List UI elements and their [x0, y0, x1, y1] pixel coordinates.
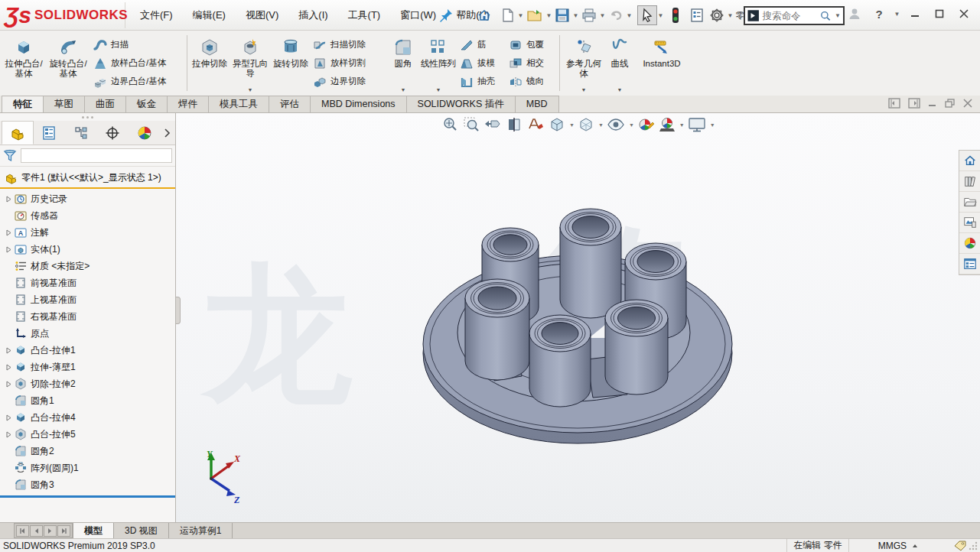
help-dropdown[interactable]: ▼: [894, 11, 900, 18]
curves-dropdown[interactable]: ▼: [617, 87, 623, 94]
mirror-button[interactable]: 镜向: [509, 73, 553, 90]
rebuild-button[interactable]: [669, 5, 682, 25]
revolve-cut-button[interactable]: 旋转切除: [272, 32, 310, 94]
boundary-cut-button[interactable]: 边界切除: [313, 73, 383, 90]
close-button[interactable]: [954, 5, 974, 23]
resize-grip[interactable]: [968, 541, 978, 551]
boundary-button[interactable]: 边界凸台/基体: [93, 73, 181, 90]
reference-geometry-button[interactable]: 参考几何体 ▼: [563, 32, 604, 94]
tab-motion-study[interactable]: 运动算例1: [169, 523, 233, 538]
hide-show-items-dropdown[interactable]: ▼: [628, 122, 634, 128]
fillet-dropdown[interactable]: ▼: [401, 87, 406, 94]
extrude-cut-button[interactable]: 拉伸切除: [190, 32, 229, 94]
tab-weldments[interactable]: 焊件: [167, 96, 209, 112]
display-style-dropdown[interactable]: ▼: [597, 122, 604, 128]
tree-item-fillet3[interactable]: 圆角3: [0, 476, 175, 493]
view-orientation-dropdown[interactable]: ▼: [568, 122, 575, 128]
tree-item-history[interactable]: 历史记录: [0, 190, 175, 207]
apply-scene-dropdown[interactable]: ▼: [679, 122, 685, 128]
draft-button[interactable]: 拔模: [460, 55, 503, 72]
reference-geometry-dropdown[interactable]: ▼: [581, 87, 587, 94]
whats-wrong-button[interactable]: [687, 5, 707, 25]
rollback-bar[interactable]: [0, 495, 175, 498]
tab-solidworks-addins[interactable]: SOLIDWORKS 插件: [406, 96, 516, 112]
zoom-to-area-button[interactable]: [461, 115, 481, 135]
print-dropdown[interactable]: ▼: [599, 12, 606, 19]
tree-item-circular-pattern[interactable]: 阵列(圆周)1: [0, 459, 175, 476]
search-input[interactable]: [762, 11, 817, 21]
view-orientation-button[interactable]: [547, 115, 567, 135]
units-dropdown-icon[interactable]: [911, 543, 919, 549]
options-gear-button[interactable]: [707, 5, 727, 25]
section-view-button[interactable]: [504, 115, 524, 135]
tab-3d-views[interactable]: 3D 视图: [114, 523, 169, 538]
scroll-last-button[interactable]: [57, 525, 70, 537]
design-library-button[interactable]: [959, 171, 980, 192]
menu-tools[interactable]: 工具(T): [338, 5, 391, 25]
panel-grip[interactable]: [0, 113, 175, 121]
minimize-button[interactable]: [905, 5, 925, 23]
tab-mbd[interactable]: MBD: [515, 96, 559, 112]
file-explorer-button[interactable]: [959, 192, 980, 213]
expand-arrow-icon[interactable]: [3, 246, 14, 253]
tree-filter-input[interactable]: [21, 148, 172, 163]
scroll-first-button[interactable]: [16, 525, 29, 537]
intersect-button[interactable]: 相交: [509, 55, 553, 72]
tab-sketch[interactable]: 草图: [43, 96, 85, 112]
pin-menu-icon[interactable]: [438, 7, 454, 24]
apply-scene-button[interactable]: [657, 115, 677, 135]
tab-model[interactable]: 模型: [73, 523, 114, 538]
revolve-boss-button[interactable]: 旋转凸台/基体: [46, 32, 90, 94]
undo-dropdown[interactable]: ▼: [626, 12, 633, 19]
search-icon[interactable]: [820, 10, 831, 22]
tab-property-manager[interactable]: [34, 121, 66, 144]
open-button[interactable]: [524, 5, 545, 25]
custom-properties-button[interactable]: [959, 254, 980, 274]
panel-splitter-handle[interactable]: [176, 297, 181, 324]
fillet-button[interactable]: 圆角 ▼: [386, 32, 420, 94]
sweep-button[interactable]: 扫描: [93, 37, 181, 54]
select-tool-button[interactable]: [637, 5, 657, 25]
tree-item-front-plane[interactable]: 前视基准面: [0, 274, 175, 291]
previous-view-button[interactable]: [483, 115, 503, 135]
linear-pattern-button[interactable]: 线性阵列 ▼: [420, 32, 457, 94]
select-tool-dropdown[interactable]: ▼: [657, 12, 664, 19]
expand-arrow-icon[interactable]: [3, 196, 14, 203]
expand-arrow-icon[interactable]: [3, 229, 14, 236]
tree-item-boss-extrude1[interactable]: 凸台-拉伸1: [0, 342, 175, 359]
home-button[interactable]: [474, 5, 494, 25]
search-command-box[interactable]: ▼: [744, 6, 845, 25]
scroll-next-button[interactable]: [44, 525, 57, 537]
hole-wizard-button[interactable]: 异型孔向导 ▼: [229, 32, 272, 94]
display-style-button[interactable]: [576, 115, 596, 135]
curves-button[interactable]: 曲线 ▼: [604, 32, 635, 94]
tree-item-fillet1[interactable]: 圆角1: [0, 392, 175, 409]
collapse-left-pane-icon[interactable]: [888, 98, 900, 109]
tab-mold-tools[interactable]: 模具工具: [208, 96, 269, 112]
dynamic-annotation-views-button[interactable]: [526, 115, 545, 135]
new-document-dropdown[interactable]: ▼: [517, 12, 524, 19]
save-dropdown[interactable]: ▼: [572, 12, 579, 19]
search-dropdown[interactable]: ▼: [835, 12, 841, 19]
menu-edit[interactable]: 编辑(E): [183, 5, 236, 25]
shell-button[interactable]: 抽壳: [460, 73, 503, 90]
tab-configuration-manager[interactable]: [65, 121, 97, 144]
open-dropdown[interactable]: ▼: [545, 12, 552, 19]
view-palette-button[interactable]: [959, 213, 980, 233]
linear-pattern-dropdown[interactable]: ▼: [436, 87, 441, 94]
extrude-boss-button[interactable]: 拉伸凸台/基体: [2, 32, 46, 94]
tree-item-sensors[interactable]: 传感器: [0, 207, 175, 224]
tree-item-boss-extrude4[interactable]: 凸台-拉伸4: [0, 409, 175, 426]
tree-item-origin[interactable]: 原点: [0, 325, 175, 342]
part-model-3d[interactable]: [176, 113, 980, 522]
tab-display-manager[interactable]: [129, 121, 161, 144]
doc-restore-icon[interactable]: [945, 99, 956, 108]
menu-insert[interactable]: 插入(I): [288, 5, 337, 25]
tree-item-solid-bodies[interactable]: 实体(1): [0, 241, 175, 258]
tab-evaluate[interactable]: 评估: [269, 96, 311, 112]
tree-root-part[interactable]: 零件1 (默认<<默认>_显示状态 1>): [0, 168, 175, 187]
tree-item-cut-extrude2[interactable]: 切除-拉伸2: [0, 375, 175, 392]
tab-mbd-dimensions[interactable]: MBD Dimensions: [310, 96, 407, 112]
panel-tabs-overflow-icon[interactable]: [161, 121, 175, 144]
login-user-icon[interactable]: [845, 5, 864, 23]
